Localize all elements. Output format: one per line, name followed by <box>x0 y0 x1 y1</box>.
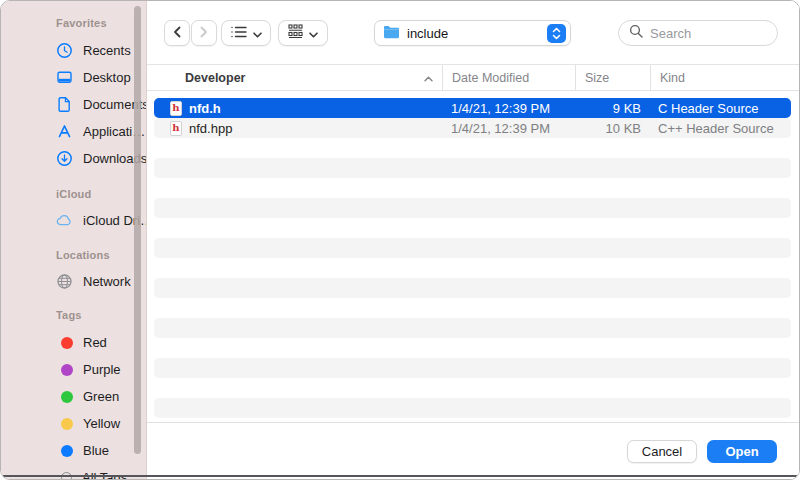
empty-row <box>154 318 791 338</box>
sidebar-item-label: Green <box>83 389 119 404</box>
cpp-header-file-icon: h <box>170 121 182 136</box>
file-row-nfd-h[interactable]: h nfd.h 1/4/21, 12:39 PM 9 KB C Header S… <box>154 98 791 118</box>
sidebar-item-documents[interactable]: Documents <box>1 91 146 118</box>
globe-icon <box>56 273 73 290</box>
list-view-icon <box>231 24 247 42</box>
sidebar-section-icloud: iCloud <box>1 186 146 202</box>
sidebar-tag-red[interactable]: Red <box>1 329 146 356</box>
main-panel: include Developer Date Modi <box>147 1 799 479</box>
file-kind-cell: C Header Source <box>649 101 791 116</box>
column-header-kind[interactable]: Kind <box>651 65 799 90</box>
sidebar-item-label: Desktop <box>83 70 131 85</box>
sidebar-tag-purple[interactable]: Purple <box>1 356 146 383</box>
cancel-button[interactable]: Cancel <box>627 440 697 463</box>
c-header-file-icon: h <box>170 101 182 116</box>
download-circle-icon <box>56 150 73 167</box>
tag-dot-icon <box>61 364 73 376</box>
sort-ascending-icon <box>424 71 433 85</box>
empty-row <box>154 158 791 178</box>
sidebar-section-locations: Locations <box>1 247 146 263</box>
path-dropdown[interactable]: include <box>374 20 571 46</box>
file-date-cell: 1/4/21, 12:39 PM <box>441 121 573 136</box>
sidebar-item-desktop[interactable]: Desktop <box>1 64 146 91</box>
chevron-down-icon <box>309 24 318 42</box>
column-header-label: Developer <box>185 71 245 85</box>
sidebar-scrollbar[interactable] <box>134 6 141 454</box>
sidebar-item-label: Red <box>83 335 107 350</box>
path-dropdown-value: include <box>407 26 448 41</box>
column-header-developer[interactable]: Developer <box>147 65 442 90</box>
sidebar: Favorites Recents Desktop Documents Appl… <box>1 1 147 479</box>
empty-row <box>154 358 791 378</box>
file-size-cell: 10 KB <box>573 121 649 136</box>
clock-icon <box>56 42 73 59</box>
appstore-icon <box>56 123 73 140</box>
sidebar-item-downloads[interactable]: Downloads <box>1 145 146 172</box>
column-header-date-modified[interactable]: Date Modified <box>443 65 575 90</box>
group-view-button[interactable] <box>278 20 328 46</box>
sidebar-item-label: Blue <box>83 443 109 458</box>
open-button[interactable]: Open <box>707 440 777 463</box>
forward-button[interactable] <box>191 20 217 46</box>
sidebar-section-tags: Tags <box>1 307 146 323</box>
back-button[interactable] <box>164 20 190 46</box>
file-row-nfd-hpp[interactable]: h nfd.hpp 1/4/21, 12:39 PM 10 KB C++ Hea… <box>154 118 791 138</box>
search-input[interactable] <box>648 25 777 42</box>
file-date-cell: 1/4/21, 12:39 PM <box>441 101 573 116</box>
dialog-footer: Cancel Open <box>147 422 799 479</box>
icloud-icon <box>56 212 73 229</box>
file-list: h nfd.h 1/4/21, 12:39 PM 9 KB C Header S… <box>147 92 799 422</box>
sidebar-tag-blue[interactable]: Blue <box>1 437 146 464</box>
sidebar-item-label: Recents <box>83 43 131 58</box>
file-open-dialog: Favorites Recents Desktop Documents Appl… <box>0 0 800 480</box>
group-view-icon <box>288 24 303 42</box>
chevron-left-icon <box>172 24 182 42</box>
window-bottom-edge <box>1 475 799 477</box>
folder-icon <box>383 25 400 42</box>
file-name-cell: h nfd.h <box>154 101 441 116</box>
file-name: nfd.h <box>189 101 221 116</box>
sidebar-section-favorites: Favorites <box>1 15 146 31</box>
tag-dot-icon <box>61 391 73 403</box>
file-name: nfd.hpp <box>189 121 232 136</box>
sidebar-tag-green[interactable]: Green <box>1 383 146 410</box>
empty-row <box>154 198 791 218</box>
toolbar: include <box>147 1 799 64</box>
column-header-label: Kind <box>660 71 685 85</box>
empty-row <box>154 298 791 318</box>
column-header-size[interactable]: Size <box>576 65 650 90</box>
empty-row <box>154 218 791 238</box>
empty-row <box>154 258 791 278</box>
empty-row <box>154 338 791 358</box>
column-header-label: Date Modified <box>452 71 529 85</box>
sidebar-item-applications[interactable]: Applicati… <box>1 118 146 145</box>
sidebar-tag-yellow[interactable]: Yellow <box>1 410 146 437</box>
tag-dot-icon <box>61 337 73 349</box>
sidebar-item-label: Yellow <box>83 416 120 431</box>
empty-row <box>154 238 791 258</box>
empty-row <box>154 178 791 198</box>
column-header-label: Size <box>585 71 609 85</box>
file-size-cell: 9 KB <box>573 101 649 116</box>
empty-row <box>154 398 791 418</box>
file-kind-cell: C++ Header Source <box>649 121 791 136</box>
list-view-button[interactable] <box>221 20 271 46</box>
tag-dot-icon <box>61 418 73 430</box>
sidebar-item-recents[interactable]: Recents <box>1 37 146 64</box>
popup-arrows-icon <box>547 24 566 43</box>
chevron-right-icon <box>199 24 209 42</box>
empty-row <box>154 138 791 158</box>
search-field[interactable] <box>618 20 778 46</box>
tag-dot-icon <box>61 445 73 457</box>
empty-row <box>154 378 791 398</box>
sidebar-item-icloud-drive[interactable]: iCloud Dri… <box>1 207 146 234</box>
desktop-icon <box>56 69 73 86</box>
sidebar-item-network[interactable]: Network <box>1 268 146 295</box>
empty-row <box>154 278 791 298</box>
column-header-row: Developer Date Modified Size Kind <box>147 64 799 91</box>
file-name-cell: h nfd.hpp <box>154 121 441 136</box>
sidebar-item-label: Network <box>83 274 131 289</box>
sidebar-item-label: Purple <box>83 362 121 377</box>
document-icon <box>56 96 73 113</box>
search-icon <box>629 24 643 42</box>
